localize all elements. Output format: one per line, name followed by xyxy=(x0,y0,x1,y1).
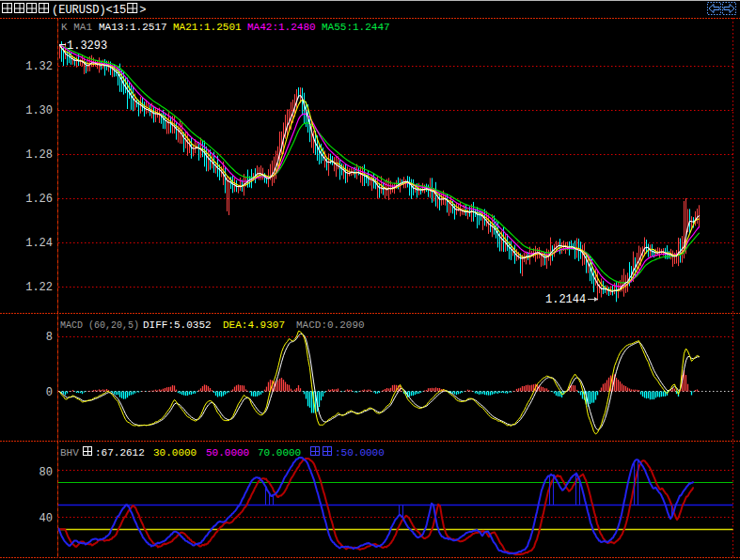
svg-text:MA55:1.2447: MA55:1.2447 xyxy=(322,22,390,33)
svg-text:1.26: 1.26 xyxy=(25,193,53,206)
svg-text:80: 80 xyxy=(39,466,53,479)
svg-text::50.0000: :50.0000 xyxy=(335,447,385,459)
svg-text:>: > xyxy=(139,4,146,17)
svg-text:MA42:1.2480: MA42:1.2480 xyxy=(247,22,316,33)
svg-text::67.2612: :67.2612 xyxy=(95,447,145,459)
svg-text:50.0000: 50.0000 xyxy=(206,447,249,459)
svg-text:BHV: BHV xyxy=(60,447,79,459)
svg-text:MA21:1.2501: MA21:1.2501 xyxy=(173,22,242,33)
svg-text:30.0000: 30.0000 xyxy=(153,447,197,459)
svg-text:DEA:4.9307: DEA:4.9307 xyxy=(223,319,285,331)
svg-text:1.28: 1.28 xyxy=(25,148,53,162)
svg-text:MACD:0.2090: MACD:0.2090 xyxy=(296,319,365,331)
svg-text:1.3293: 1.3293 xyxy=(67,39,107,53)
svg-text:1.22: 1.22 xyxy=(25,281,53,294)
svg-text:0: 0 xyxy=(46,386,53,399)
svg-text:70.0000: 70.0000 xyxy=(258,447,301,459)
svg-text:K MA1: K MA1 xyxy=(61,22,92,33)
svg-text:(EURUSD)<15: (EURUSD)<15 xyxy=(52,4,126,17)
svg-text:1.30: 1.30 xyxy=(25,104,53,117)
svg-text:DIFF:5.0352: DIFF:5.0352 xyxy=(143,319,212,331)
svg-text:1.24: 1.24 xyxy=(25,237,53,250)
svg-text:MACD (60,20,5): MACD (60,20,5) xyxy=(60,320,139,331)
svg-text:MA13:1.2517: MA13:1.2517 xyxy=(99,22,167,33)
svg-text:8: 8 xyxy=(46,331,53,344)
svg-text:1.32: 1.32 xyxy=(25,60,53,73)
svg-text:1.2144: 1.2144 xyxy=(545,293,586,306)
svg-text:40: 40 xyxy=(39,512,53,525)
